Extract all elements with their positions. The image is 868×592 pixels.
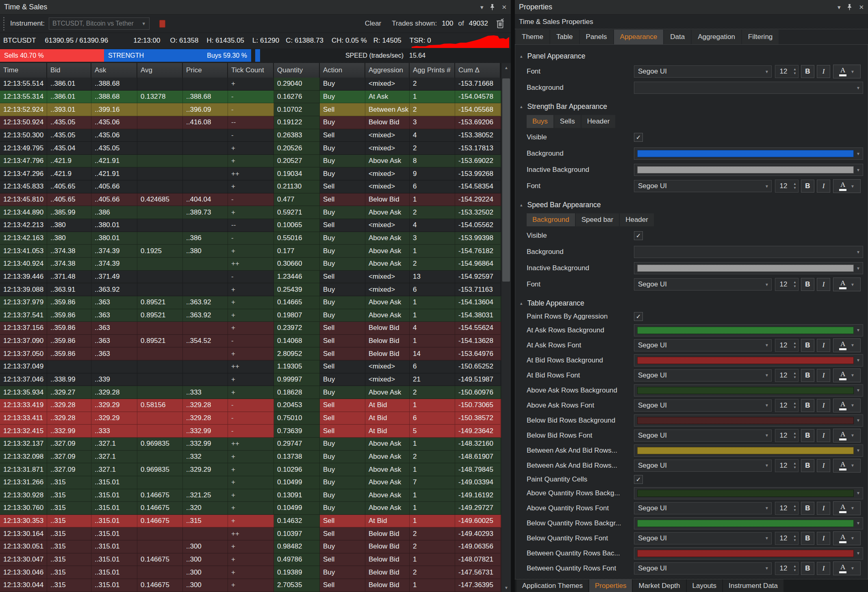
stepper-down-icon[interactable]: ▼ bbox=[793, 285, 796, 288]
tab-data[interactable]: Data bbox=[664, 30, 691, 44]
font-size-stepper[interactable]: 12▲▼ bbox=[775, 502, 799, 515]
table-row[interactable]: 12:13:45.833..405.65..405.66+0.21130Sell… bbox=[0, 180, 501, 193]
table-row[interactable]: 12:13:32.415..332.99..333..332.99-0.7363… bbox=[0, 425, 501, 438]
table-row[interactable]: 12:13:31.871..327.09..327.10.969835..329… bbox=[0, 463, 501, 476]
font-size-stepper[interactable]: 12▲▼ bbox=[775, 532, 799, 545]
font-color-button[interactable]: A▼ bbox=[833, 531, 861, 545]
font-dropdown-font[interactable]: Segoe UI▼ bbox=[634, 65, 772, 78]
stepper-up-icon[interactable]: ▲ bbox=[793, 342, 796, 345]
color-dropdown-background[interactable]: ▼ bbox=[634, 147, 863, 160]
subtab-header[interactable]: Header bbox=[620, 213, 654, 226]
font-dropdown-above-ask-rows-font[interactable]: Segoe UI▼ bbox=[634, 399, 772, 412]
stepper-up-icon[interactable]: ▲ bbox=[793, 182, 796, 186]
table-row[interactable]: 12:13:30.928..315..315.010.146675..321.2… bbox=[0, 489, 501, 502]
table-row[interactable]: 12:13:55.514..386.01..388.68+0.29040Buy<… bbox=[0, 78, 501, 91]
subtab-sells[interactable]: Sells bbox=[554, 115, 581, 128]
column-header-tick-count[interactable]: Tick Count bbox=[228, 63, 274, 78]
table-row[interactable]: 12:13:55.314..386.01..388.680.13278..388… bbox=[0, 91, 501, 104]
italic-button[interactable]: I bbox=[817, 429, 830, 442]
stepper-down-icon[interactable]: ▼ bbox=[793, 569, 796, 572]
column-header-agg-prints[interactable]: Agg Prints # bbox=[410, 63, 455, 78]
bold-button[interactable]: B bbox=[801, 339, 814, 352]
color-dropdown-below-bid-rows-background[interactable]: ▼ bbox=[634, 414, 863, 427]
font-size-stepper[interactable]: 12▲▼ bbox=[775, 399, 799, 412]
bold-button[interactable]: B bbox=[801, 532, 814, 545]
section-header[interactable]: ▴Table Appearance bbox=[515, 296, 868, 310]
column-header-cum-delta[interactable]: Cum Δ bbox=[455, 63, 501, 78]
drag-grip-icon[interactable] bbox=[3, 17, 4, 30]
font-color-button[interactable]: A▼ bbox=[833, 562, 861, 575]
checkbox-paint-quantity-cells[interactable]: ✓ bbox=[634, 475, 643, 484]
table-row[interactable]: 12:13:33.419..329.28..329.290.58156..329… bbox=[0, 399, 501, 412]
italic-button[interactable]: I bbox=[817, 65, 830, 78]
column-header-ask[interactable]: Ask bbox=[91, 63, 137, 78]
stepper-down-icon[interactable]: ▼ bbox=[793, 186, 796, 190]
font-dropdown-below-quantity-rows-font[interactable]: Segoe UI▼ bbox=[634, 532, 772, 544]
table-row[interactable]: 12:13:39.088..363.91..363.92+0.25439Buy<… bbox=[0, 283, 501, 296]
table-row[interactable]: 12:13:30.046..315..315.01..300+0.19389Bu… bbox=[0, 566, 501, 579]
stepper-down-icon[interactable]: ▼ bbox=[793, 346, 796, 349]
font-dropdown-above-quantity-rows-font[interactable]: Segoe UI▼ bbox=[634, 502, 772, 514]
font-color-button[interactable]: A▼ bbox=[833, 399, 861, 412]
stepper-down-icon[interactable]: ▼ bbox=[793, 436, 796, 439]
stepper-up-icon[interactable]: ▲ bbox=[793, 432, 796, 435]
font-color-button[interactable]: A▼ bbox=[833, 179, 861, 193]
pin-icon[interactable] bbox=[847, 4, 852, 11]
table-row[interactable]: 12:13:37.156..359.86..363+0.23972SellBel… bbox=[0, 322, 501, 335]
checkbox-visible[interactable]: ✓ bbox=[634, 133, 643, 142]
bottom-tab-layouts[interactable]: Layouts bbox=[687, 579, 723, 592]
close-icon[interactable]: ✕ bbox=[501, 4, 507, 10]
table-row[interactable]: 12:13:30.047..315..315.010.146675..300+0… bbox=[0, 553, 501, 566]
bold-button[interactable]: B bbox=[801, 502, 814, 515]
color-dropdown-between-ask-and-bid-rows[interactable]: ▼ bbox=[634, 445, 863, 457]
stepper-down-icon[interactable]: ▼ bbox=[793, 466, 796, 469]
table-row[interactable]: 12:13:47.296..421.9..421.91++0.19034Buy<… bbox=[0, 167, 501, 180]
subtab-speed-bar[interactable]: Speed bar bbox=[576, 213, 619, 226]
table-row[interactable]: 12:13:30.760..315..315.010.146675..320+0… bbox=[0, 502, 501, 515]
font-dropdown-below-bid-rows-font[interactable]: Segoe UI▼ bbox=[634, 429, 772, 442]
table-row[interactable]: 12:13:32.137..327.09..327.10.969835..332… bbox=[0, 438, 501, 451]
stepper-up-icon[interactable]: ▲ bbox=[793, 281, 796, 284]
font-dropdown-font[interactable]: Segoe UI▼ bbox=[634, 278, 772, 291]
table-row[interactable]: 12:13:31.266..315..315.01+0.10499BuyAbov… bbox=[0, 476, 501, 489]
table-row[interactable]: 12:13:37.049++1.19305Sell<mixed>6-150.65… bbox=[0, 360, 501, 373]
color-dropdown-above-quantity-rows-backg[interactable]: ▼ bbox=[634, 487, 863, 499]
table-row[interactable]: 12:13:33.411..329.28..329.29..329.28-0.7… bbox=[0, 412, 501, 425]
subtab-background[interactable]: Background bbox=[527, 213, 575, 226]
color-dropdown-at-ask-rows-background[interactable]: ▼ bbox=[634, 324, 863, 336]
color-dropdown-inactive-background[interactable]: ▼ bbox=[634, 164, 863, 176]
font-dropdown-font[interactable]: Segoe UI▼ bbox=[634, 180, 772, 192]
table-row[interactable]: 12:13:37.090..359.86..3630.89521..354.52… bbox=[0, 335, 501, 348]
bold-button[interactable]: B bbox=[801, 562, 814, 575]
section-header[interactable]: ▴Panel Appearance bbox=[515, 49, 868, 63]
bottom-tab-instrument-data[interactable]: Instrument Data bbox=[723, 579, 783, 592]
subtab-header[interactable]: Header bbox=[582, 115, 616, 128]
stepper-down-icon[interactable]: ▼ bbox=[793, 509, 796, 512]
instrument-dropdown[interactable]: BTCUSDT, Bitcoin vs Tether ▼ bbox=[49, 17, 150, 30]
font-dropdown-between-ask-and-bid-rows[interactable]: Segoe UI▼ bbox=[634, 460, 772, 472]
collapse-arrow-icon[interactable]: ▴ bbox=[520, 301, 523, 306]
section-header[interactable]: ▴Speed Bar Appearance bbox=[515, 197, 868, 212]
font-size-stepper[interactable]: 12▲▼ bbox=[775, 459, 799, 472]
tab-appearance[interactable]: Appearance bbox=[614, 30, 664, 44]
table-row[interactable]: 12:13:42.213..380..380.01--0.10065Sell<m… bbox=[0, 219, 501, 232]
font-color-button[interactable]: A▼ bbox=[833, 369, 861, 382]
color-dropdown-between-quantity-rows-bac[interactable]: ▼ bbox=[634, 547, 863, 559]
bottom-tab-market-depth[interactable]: Market Depth bbox=[633, 579, 686, 592]
vertical-scrollbar[interactable]: ▲ ▼ bbox=[501, 63, 511, 592]
font-color-button[interactable]: A▼ bbox=[833, 459, 861, 473]
table-row[interactable]: 12:13:30.164..315..315.01++0.10397SellBe… bbox=[0, 527, 501, 540]
table-row[interactable]: 12:13:30.044..315..315.010.146675..300+2… bbox=[0, 579, 501, 592]
bottom-tab-application-themes[interactable]: Application Themes bbox=[516, 579, 588, 592]
italic-button[interactable]: I bbox=[817, 399, 830, 412]
italic-button[interactable]: I bbox=[817, 502, 830, 515]
tab-aggregation[interactable]: Aggregation bbox=[692, 30, 741, 44]
table-row[interactable]: 12:13:37.979..359.86..3630.89521..363.92… bbox=[0, 296, 501, 309]
italic-button[interactable]: I bbox=[817, 339, 830, 352]
italic-button[interactable]: I bbox=[817, 278, 830, 291]
table-row[interactable]: 12:13:30.051..315..315.01..300+0.98482Bu… bbox=[0, 540, 501, 553]
pin-icon[interactable] bbox=[490, 4, 495, 11]
stepper-up-icon[interactable]: ▲ bbox=[793, 462, 796, 465]
color-dropdown-inactive-background[interactable]: ▼ bbox=[634, 262, 863, 274]
clear-button[interactable]: Clear bbox=[365, 20, 382, 28]
